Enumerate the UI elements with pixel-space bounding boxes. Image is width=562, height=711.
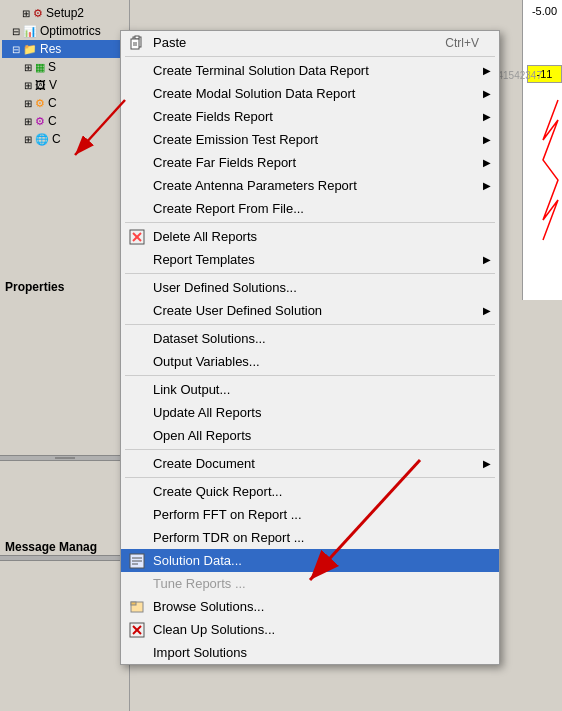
expand-icon6: ⊞ <box>24 98 32 109</box>
tree-item-label-8: C <box>52 132 61 146</box>
expand-icon8: ⊞ <box>24 134 32 145</box>
menu-item-label-link-output: Link Output... <box>153 382 230 397</box>
splitter-handle-2[interactable] <box>0 555 129 561</box>
tree-item-res[interactable]: ⊟ 📁 Res <box>2 40 127 58</box>
menu-item-label-dataset-solutions: Dataset Solutions... <box>153 331 266 346</box>
menu-item-cleanup-solutions[interactable]: Clean Up Solutions... <box>121 618 499 641</box>
splitter-handle[interactable] <box>0 455 129 461</box>
submenu-arrow-fields-report: ▶ <box>483 111 491 122</box>
menu-item-label-create-user-defined: Create User Defined Solution <box>153 303 322 318</box>
menu-item-label-solution-data: Solution Data... <box>153 553 242 568</box>
tree-item-setup2[interactable]: ⊞ ⚙ Setup2 <box>2 4 127 22</box>
tree-item-label-7: C <box>48 114 57 128</box>
expand-icon5: ⊞ <box>24 80 32 91</box>
tree-item-label-4: S <box>48 60 56 74</box>
table-icon: ▦ <box>35 61 45 74</box>
menu-item-label-create-document: Create Document <box>153 456 255 471</box>
tree-item-label: Setup2 <box>46 6 84 20</box>
submenu-arrow-create-user-defined: ▶ <box>483 305 491 316</box>
menu-item-create-user-defined[interactable]: Create User Defined Solution▶ <box>121 299 499 322</box>
menu-item-link-output[interactable]: Link Output... <box>121 378 499 401</box>
context-menu: PasteCtrl+VCreate Terminal Solution Data… <box>120 30 500 665</box>
menu-item-label-fft-report: Perform FFT on Report ... <box>153 507 302 522</box>
menu-item-label-browse-solutions: Browse Solutions... <box>153 599 264 614</box>
submenu-arrow-report-templates: ▶ <box>483 254 491 265</box>
menu-item-delete-reports[interactable]: Delete All Reports <box>121 225 499 248</box>
menu-item-tune-reports: Tune Reports ... <box>121 572 499 595</box>
menu-item-browse-solutions[interactable]: Browse Solutions... <box>121 595 499 618</box>
menu-item-update-reports[interactable]: Update All Reports <box>121 401 499 424</box>
y-axis-value: -5.00 <box>532 5 557 17</box>
menu-item-import-solutions[interactable]: Import Solutions <box>121 641 499 664</box>
submenu-arrow-modal-report: ▶ <box>483 88 491 99</box>
gear2-icon: ⚙ <box>35 97 45 110</box>
menu-item-label-cleanup-solutions: Clean Up Solutions... <box>153 622 275 637</box>
browse-icon <box>127 599 147 615</box>
menu-item-label-paste: Paste <box>153 35 186 50</box>
menu-item-label-open-reports: Open All Reports <box>153 428 251 443</box>
menu-separator <box>125 477 495 478</box>
menu-item-shortcut-paste: Ctrl+V <box>445 36 479 50</box>
menu-item-create-document[interactable]: Create Document▶ <box>121 452 499 475</box>
image-icon: 🖼 <box>35 79 46 91</box>
submenu-arrow-create-document: ▶ <box>483 458 491 469</box>
tree-item-label-2: Optimotrics <box>40 24 101 38</box>
chart-icon: 📊 <box>23 25 37 38</box>
setup-icon: ⚙ <box>33 7 43 20</box>
svg-rect-15 <box>131 602 136 605</box>
menu-item-label-antenna-report: Create Antenna Parameters Report <box>153 178 357 193</box>
menu-separator <box>125 56 495 57</box>
menu-item-label-import-solutions: Import Solutions <box>153 645 247 660</box>
menu-item-label-tune-reports: Tune Reports ... <box>153 576 246 591</box>
solution-data-icon <box>127 553 147 569</box>
splitter-line <box>55 457 75 459</box>
properties-label: Properties <box>5 280 64 294</box>
menu-item-fft-report[interactable]: Perform FFT on Report ... <box>121 503 499 526</box>
menu-item-output-variables[interactable]: Output Variables... <box>121 350 499 373</box>
menu-item-quick-report[interactable]: Create Quick Report... <box>121 480 499 503</box>
tree-item-optimotrics[interactable]: ⊟ 📊 Optimotrics <box>2 22 127 40</box>
submenu-arrow-antenna-report: ▶ <box>483 180 491 191</box>
menu-item-modal-report[interactable]: Create Modal Solution Data Report▶ <box>121 82 499 105</box>
menu-item-paste[interactable]: PasteCtrl+V <box>121 31 499 54</box>
left-sidebar: ⊞ ⚙ Setup2 ⊟ 📊 Optimotrics ⊟ 📁 Res ⊞ ▦ S… <box>0 0 130 711</box>
menu-item-terminal-report[interactable]: Create Terminal Solution Data Report▶ <box>121 59 499 82</box>
menu-separator <box>125 273 495 274</box>
menu-item-emission-report[interactable]: Create Emission Test Report▶ <box>121 128 499 151</box>
paste-icon <box>127 35 147 51</box>
tree-item-label-5: V <box>49 78 57 92</box>
menu-item-dataset-solutions[interactable]: Dataset Solutions... <box>121 327 499 350</box>
menu-item-report-templates[interactable]: Report Templates▶ <box>121 248 499 271</box>
tree-item-label-3: Res <box>40 42 61 56</box>
menu-separator <box>125 324 495 325</box>
svg-rect-4 <box>131 39 139 49</box>
expand-icon: ⊞ <box>22 8 30 19</box>
menu-item-label-quick-report: Create Quick Report... <box>153 484 282 499</box>
menu-item-report-from-file[interactable]: Create Report From File... <box>121 197 499 220</box>
menu-item-user-defined-solutions[interactable]: User Defined Solutions... <box>121 276 499 299</box>
expand-icon4: ⊞ <box>24 62 32 73</box>
menu-separator <box>125 375 495 376</box>
tree-item-s[interactable]: ⊞ ▦ S <box>2 58 127 76</box>
menu-item-fields-report[interactable]: Create Fields Report▶ <box>121 105 499 128</box>
tree-item-v[interactable]: ⊞ 🖼 V <box>2 76 127 94</box>
expand-icon2: ⊟ <box>12 26 20 37</box>
tree-item-c1[interactable]: ⊞ ⚙ C <box>2 94 127 112</box>
tree-item-c2[interactable]: ⊞ ⚙ C <box>2 112 127 130</box>
graph-line <box>523 80 562 380</box>
menu-item-label-report-templates: Report Templates <box>153 252 255 267</box>
menu-item-far-fields-report[interactable]: Create Far Fields Report▶ <box>121 151 499 174</box>
menu-item-open-reports[interactable]: Open All Reports <box>121 424 499 447</box>
menu-separator <box>125 222 495 223</box>
menu-item-antenna-report[interactable]: Create Antenna Parameters Report▶ <box>121 174 499 197</box>
globe-icon: 🌐 <box>35 133 49 146</box>
menu-item-tdr-report[interactable]: Perform TDR on Report ... <box>121 526 499 549</box>
tree-item-c3[interactable]: ⊞ 🌐 C <box>2 130 127 148</box>
menu-item-solution-data[interactable]: Solution Data... <box>121 549 499 572</box>
delete-icon <box>127 229 147 245</box>
gear3-icon: ⚙ <box>35 115 45 128</box>
expand-icon7: ⊞ <box>24 116 32 127</box>
menu-item-label-fields-report: Create Fields Report <box>153 109 273 124</box>
menu-separator <box>125 449 495 450</box>
menu-item-label-delete-reports: Delete All Reports <box>153 229 257 244</box>
